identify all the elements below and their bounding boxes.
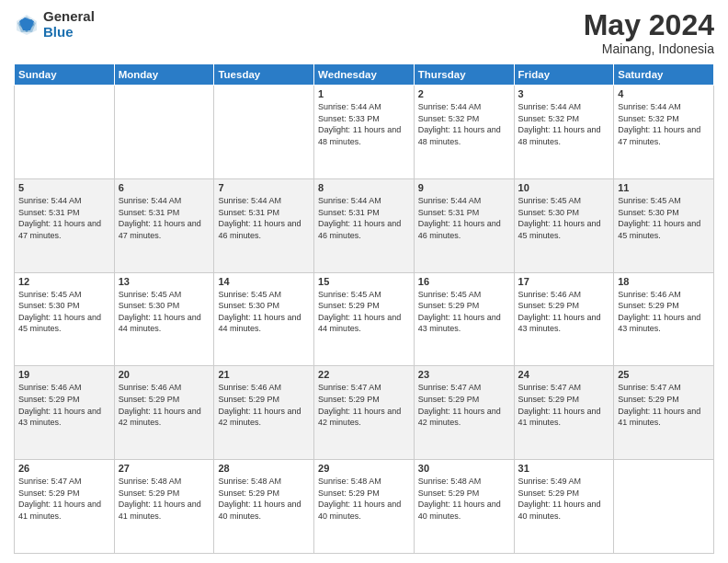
- page: General Blue May 2024 Mainang, Indonesia…: [0, 0, 728, 563]
- title-block: May 2024 Mainang, Indonesia: [584, 9, 714, 56]
- day-number: 26: [18, 463, 110, 474]
- month-title: May 2024: [584, 9, 714, 41]
- weekday-header-sunday: Sunday: [15, 64, 115, 86]
- day-number: 7: [218, 182, 310, 193]
- day-info: Sunrise: 5:47 AMSunset: 5:29 PMDaylight:…: [518, 382, 610, 428]
- day-number: 2: [418, 88, 510, 99]
- day-number: 13: [119, 276, 210, 287]
- calendar-week-2: 5Sunrise: 5:44 AMSunset: 5:31 PMDaylight…: [15, 178, 714, 272]
- day-info: Sunrise: 5:44 AMSunset: 5:31 PMDaylight:…: [418, 195, 510, 241]
- day-info: Sunrise: 5:48 AMSunset: 5:29 PMDaylight:…: [119, 476, 210, 522]
- day-info: Sunrise: 5:45 AMSunset: 5:30 PMDaylight:…: [218, 289, 310, 335]
- calendar-cell: [15, 86, 115, 179]
- logo: General Blue: [14, 9, 95, 40]
- day-number: 20: [119, 369, 210, 380]
- day-number: 14: [218, 276, 310, 287]
- day-info: Sunrise: 5:44 AMSunset: 5:33 PMDaylight:…: [318, 101, 410, 147]
- day-number: 4: [618, 88, 710, 99]
- calendar-cell: 11Sunrise: 5:45 AMSunset: 5:30 PMDayligh…: [614, 178, 714, 272]
- day-number: 27: [119, 463, 210, 474]
- calendar-cell: 10Sunrise: 5:45 AMSunset: 5:30 PMDayligh…: [514, 178, 614, 272]
- day-info: Sunrise: 5:45 AMSunset: 5:30 PMDaylight:…: [18, 289, 110, 335]
- calendar-week-3: 12Sunrise: 5:45 AMSunset: 5:30 PMDayligh…: [15, 272, 714, 366]
- day-info: Sunrise: 5:44 AMSunset: 5:31 PMDaylight:…: [218, 195, 310, 241]
- day-number: 19: [18, 369, 110, 380]
- logo-text: General Blue: [43, 9, 95, 40]
- calendar-cell: 28Sunrise: 5:48 AMSunset: 5:29 PMDayligh…: [214, 460, 314, 554]
- logo-icon: [14, 12, 40, 38]
- calendar-cell: 29Sunrise: 5:48 AMSunset: 5:29 PMDayligh…: [314, 460, 415, 554]
- calendar-cell: 9Sunrise: 5:44 AMSunset: 5:31 PMDaylight…: [414, 178, 514, 272]
- calendar-cell: 2Sunrise: 5:44 AMSunset: 5:32 PMDaylight…: [414, 86, 514, 179]
- calendar-cell: 16Sunrise: 5:45 AMSunset: 5:29 PMDayligh…: [414, 272, 514, 366]
- calendar-cell: 31Sunrise: 5:49 AMSunset: 5:29 PMDayligh…: [514, 460, 614, 554]
- calendar-week-4: 19Sunrise: 5:46 AMSunset: 5:29 PMDayligh…: [15, 366, 714, 460]
- calendar-cell: 18Sunrise: 5:46 AMSunset: 5:29 PMDayligh…: [614, 272, 714, 366]
- calendar-cell: 5Sunrise: 5:44 AMSunset: 5:31 PMDaylight…: [15, 178, 115, 272]
- weekday-header-wednesday: Wednesday: [314, 64, 415, 86]
- day-info: Sunrise: 5:44 AMSunset: 5:31 PMDaylight:…: [18, 195, 110, 241]
- day-info: Sunrise: 5:46 AMSunset: 5:29 PMDaylight:…: [618, 289, 710, 335]
- calendar-cell: [614, 460, 714, 554]
- calendar-week-5: 26Sunrise: 5:47 AMSunset: 5:29 PMDayligh…: [15, 460, 714, 554]
- logo-general: General: [43, 9, 95, 25]
- day-info: Sunrise: 5:45 AMSunset: 5:29 PMDaylight:…: [418, 289, 510, 335]
- day-number: 5: [18, 182, 110, 193]
- calendar-cell: 26Sunrise: 5:47 AMSunset: 5:29 PMDayligh…: [15, 460, 115, 554]
- day-info: Sunrise: 5:48 AMSunset: 5:29 PMDaylight:…: [318, 476, 410, 522]
- day-info: Sunrise: 5:48 AMSunset: 5:29 PMDaylight:…: [218, 476, 310, 522]
- day-number: 10: [518, 182, 610, 193]
- day-number: 17: [518, 276, 610, 287]
- calendar-cell: 24Sunrise: 5:47 AMSunset: 5:29 PMDayligh…: [514, 366, 614, 460]
- calendar-cell: 22Sunrise: 5:47 AMSunset: 5:29 PMDayligh…: [314, 366, 415, 460]
- day-info: Sunrise: 5:44 AMSunset: 5:32 PMDaylight:…: [618, 101, 710, 147]
- weekday-header-tuesday: Tuesday: [214, 64, 314, 86]
- day-info: Sunrise: 5:47 AMSunset: 5:29 PMDaylight:…: [318, 382, 410, 428]
- weekday-header-friday: Friday: [514, 64, 614, 86]
- calendar-cell: 15Sunrise: 5:45 AMSunset: 5:29 PMDayligh…: [314, 272, 415, 366]
- weekday-header-row: SundayMondayTuesdayWednesdayThursdayFrid…: [15, 64, 714, 86]
- day-info: Sunrise: 5:44 AMSunset: 5:31 PMDaylight:…: [318, 195, 410, 241]
- calendar-table: SundayMondayTuesdayWednesdayThursdayFrid…: [14, 63, 714, 554]
- calendar-cell: 12Sunrise: 5:45 AMSunset: 5:30 PMDayligh…: [15, 272, 115, 366]
- calendar-cell: 4Sunrise: 5:44 AMSunset: 5:32 PMDaylight…: [614, 86, 714, 179]
- calendar-cell: 23Sunrise: 5:47 AMSunset: 5:29 PMDayligh…: [414, 366, 514, 460]
- day-number: 1: [318, 88, 410, 99]
- calendar-cell: 25Sunrise: 5:47 AMSunset: 5:29 PMDayligh…: [614, 366, 714, 460]
- day-info: Sunrise: 5:46 AMSunset: 5:29 PMDaylight:…: [518, 289, 610, 335]
- calendar-cell: 13Sunrise: 5:45 AMSunset: 5:30 PMDayligh…: [114, 272, 214, 366]
- location: Mainang, Indonesia: [584, 41, 714, 56]
- day-info: Sunrise: 5:46 AMSunset: 5:29 PMDaylight:…: [218, 382, 310, 428]
- calendar-cell: [214, 86, 314, 179]
- day-info: Sunrise: 5:45 AMSunset: 5:30 PMDaylight:…: [119, 289, 210, 335]
- calendar-cell: 6Sunrise: 5:44 AMSunset: 5:31 PMDaylight…: [114, 178, 214, 272]
- calendar-cell: 14Sunrise: 5:45 AMSunset: 5:30 PMDayligh…: [214, 272, 314, 366]
- day-number: 30: [418, 463, 510, 474]
- day-number: 23: [418, 369, 510, 380]
- day-number: 6: [119, 182, 210, 193]
- day-number: 22: [318, 369, 410, 380]
- day-info: Sunrise: 5:44 AMSunset: 5:31 PMDaylight:…: [119, 195, 210, 241]
- day-number: 16: [418, 276, 510, 287]
- calendar-cell: 20Sunrise: 5:46 AMSunset: 5:29 PMDayligh…: [114, 366, 214, 460]
- calendar-cell: [114, 86, 214, 179]
- calendar-cell: 1Sunrise: 5:44 AMSunset: 5:33 PMDaylight…: [314, 86, 415, 179]
- calendar-cell: 27Sunrise: 5:48 AMSunset: 5:29 PMDayligh…: [114, 460, 214, 554]
- day-number: 28: [218, 463, 310, 474]
- header: General Blue May 2024 Mainang, Indonesia: [14, 9, 714, 56]
- day-info: Sunrise: 5:46 AMSunset: 5:29 PMDaylight:…: [18, 382, 110, 428]
- calendar-week-1: 1Sunrise: 5:44 AMSunset: 5:33 PMDaylight…: [15, 86, 714, 179]
- day-info: Sunrise: 5:48 AMSunset: 5:29 PMDaylight:…: [418, 476, 510, 522]
- day-info: Sunrise: 5:44 AMSunset: 5:32 PMDaylight:…: [418, 101, 510, 147]
- calendar-cell: 21Sunrise: 5:46 AMSunset: 5:29 PMDayligh…: [214, 366, 314, 460]
- day-number: 8: [318, 182, 410, 193]
- weekday-header-thursday: Thursday: [414, 64, 514, 86]
- day-number: 18: [618, 276, 710, 287]
- calendar-cell: 8Sunrise: 5:44 AMSunset: 5:31 PMDaylight…: [314, 178, 415, 272]
- day-number: 9: [418, 182, 510, 193]
- calendar-cell: 17Sunrise: 5:46 AMSunset: 5:29 PMDayligh…: [514, 272, 614, 366]
- day-info: Sunrise: 5:49 AMSunset: 5:29 PMDaylight:…: [518, 476, 610, 522]
- day-number: 3: [518, 88, 610, 99]
- day-number: 31: [518, 463, 610, 474]
- day-number: 15: [318, 276, 410, 287]
